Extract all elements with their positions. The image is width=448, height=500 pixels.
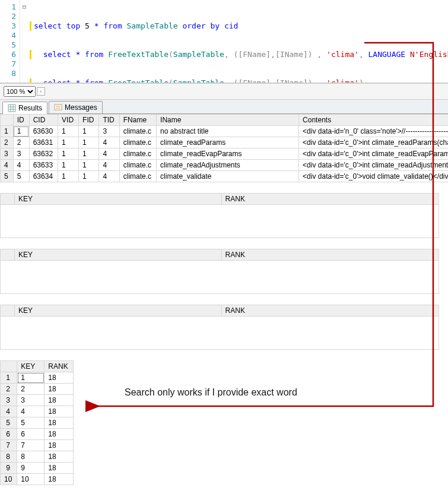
cell[interactable]: <div data-id='c_0'>void climate_validate… xyxy=(299,171,448,182)
result-grid-4[interactable]: KEYRANK xyxy=(0,305,439,350)
table-row[interactable]: 9918 xyxy=(1,463,74,474)
zoom-select[interactable]: 100 % xyxy=(4,86,36,97)
cell[interactable]: 1 xyxy=(58,126,79,137)
column-header[interactable] xyxy=(1,361,17,372)
cell[interactable]: 63632 xyxy=(29,148,58,160)
zoom-step-button[interactable]: ‹ xyxy=(37,87,45,96)
cell[interactable]: 9 xyxy=(17,463,45,474)
cell[interactable]: climate.c xyxy=(119,148,156,160)
cell[interactable]: <div data-id='c_0'>int climate_readParam… xyxy=(299,137,448,148)
sql-editor[interactable]: 1 2 3 4 5 6 7 8 ⊟ select top 5 * from Sa… xyxy=(0,0,448,83)
column-header[interactable]: Contents xyxy=(299,115,448,126)
cell[interactable]: 18 xyxy=(45,429,73,440)
cell[interactable]: 2 xyxy=(13,137,29,148)
table-row[interactable]: 6618 xyxy=(1,429,74,440)
cell[interactable]: 1 xyxy=(58,171,79,182)
table-row[interactable]: 2218 xyxy=(1,384,74,395)
row-header[interactable]: 4 xyxy=(1,406,17,417)
row-header[interactable]: 2 xyxy=(1,384,17,395)
cell[interactable]: 18 xyxy=(45,440,73,451)
row-header[interactable]: 8 xyxy=(1,451,17,463)
column-header[interactable] xyxy=(1,249,15,261)
cell[interactable]: 5 xyxy=(17,417,45,429)
column-header[interactable]: ID xyxy=(13,115,29,126)
column-header[interactable]: KEY xyxy=(17,361,45,372)
cell[interactable]: 1 xyxy=(13,126,29,137)
cell[interactable]: 18 xyxy=(45,463,73,474)
cell[interactable]: 4 xyxy=(13,160,29,171)
table-row[interactable]: 7718 xyxy=(1,440,74,451)
cell[interactable]: <div data-id='c_0'>int climate_readEvapP… xyxy=(299,148,448,160)
cell[interactable]: climate.c xyxy=(119,171,156,182)
cell[interactable]: no abstract title xyxy=(157,126,299,137)
cell[interactable]: climate.c xyxy=(119,160,156,171)
row-header[interactable]: 7 xyxy=(1,440,17,451)
cell[interactable]: 10 xyxy=(17,474,45,485)
table-row[interactable]: 4463633114climate.cclimate_readAdjustmen… xyxy=(1,160,449,171)
cell[interactable]: 4 xyxy=(99,148,119,160)
result-grid-2[interactable]: KEYRANK xyxy=(0,193,439,238)
table-row[interactable]: 1118 xyxy=(1,372,74,384)
cell[interactable]: <div data-id='c_0'>int climate_readAdjus… xyxy=(299,160,448,171)
result-grid-3[interactable]: KEYRANK xyxy=(0,249,439,294)
cell[interactable]: 1 xyxy=(17,372,45,384)
fold-gutter[interactable]: ⊟ xyxy=(20,0,28,83)
column-header[interactable]: IName xyxy=(157,115,299,126)
row-header[interactable]: 3 xyxy=(1,148,14,160)
column-header[interactable]: RANK xyxy=(221,249,439,261)
cell[interactable]: 3 xyxy=(13,148,29,160)
cell[interactable]: <div data-id='n_0' class='note'>//------… xyxy=(299,126,448,137)
cell[interactable]: 18 xyxy=(45,474,73,485)
column-header[interactable] xyxy=(1,305,15,317)
row-header[interactable]: 5 xyxy=(1,171,14,182)
code-area[interactable]: select top 5 * from SampleTable order by… xyxy=(28,0,448,83)
table-row[interactable]: 1163630113climate.cno abstract title<div… xyxy=(1,126,449,137)
cell[interactable]: 4 xyxy=(99,160,119,171)
cell[interactable]: 3 xyxy=(99,126,119,137)
column-header[interactable]: FName xyxy=(119,115,156,126)
row-header[interactable]: 1 xyxy=(1,126,14,137)
cell[interactable]: 1 xyxy=(79,148,99,160)
column-header[interactable]: FID xyxy=(79,115,99,126)
column-header[interactable]: KEY xyxy=(15,305,222,317)
table-row[interactable]: 101018 xyxy=(1,474,74,485)
cell[interactable]: 18 xyxy=(45,406,73,417)
cell[interactable]: 18 xyxy=(45,384,73,395)
cell[interactable]: climate_readParams xyxy=(157,137,299,148)
results-area[interactable]: IDCIDVIDFIDTIDFNameINameContentsLatestVe… xyxy=(0,114,448,500)
column-header[interactable]: RANK xyxy=(221,194,439,205)
column-header[interactable]: RANK xyxy=(45,361,73,372)
table-row[interactable]: 5518 xyxy=(1,417,74,429)
result-grid-1[interactable]: IDCIDVIDFIDTIDFNameINameContentsLatestVe… xyxy=(0,114,448,182)
row-header[interactable]: 4 xyxy=(1,160,14,171)
cell[interactable]: 1 xyxy=(58,137,79,148)
cell[interactable]: climate.c xyxy=(119,137,156,148)
column-header[interactable]: TID xyxy=(99,115,119,126)
table-row[interactable]: 8818 xyxy=(1,451,74,463)
cell[interactable]: 18 xyxy=(45,372,73,384)
cell[interactable]: 7 xyxy=(17,440,45,451)
column-header[interactable]: CID xyxy=(29,115,58,126)
cell[interactable]: 18 xyxy=(45,417,73,429)
column-header[interactable]: VID xyxy=(58,115,79,126)
table-row[interactable]: 2263631114climate.cclimate_readParams<di… xyxy=(1,137,449,148)
cell[interactable]: 63633 xyxy=(29,160,58,171)
cell[interactable]: 4 xyxy=(17,406,45,417)
tab-results[interactable]: Results xyxy=(2,102,47,114)
cell[interactable]: 18 xyxy=(45,395,73,406)
table-row[interactable]: 3318 xyxy=(1,395,74,406)
result-grid-5[interactable]: KEYRANK111822183318441855186618771888189… xyxy=(0,360,74,485)
cell[interactable]: climate_validate xyxy=(157,171,299,182)
cell[interactable]: 2 xyxy=(17,384,45,395)
column-header[interactable] xyxy=(1,115,14,126)
cell[interactable]: 4 xyxy=(99,171,119,182)
cell[interactable]: 18 xyxy=(45,451,73,463)
cell[interactable]: 4 xyxy=(99,137,119,148)
row-header[interactable]: 10 xyxy=(1,474,17,485)
cell[interactable]: 1 xyxy=(58,148,79,160)
cell[interactable]: 8 xyxy=(17,451,45,463)
cell[interactable]: 6 xyxy=(17,429,45,440)
row-header[interactable]: 5 xyxy=(1,417,17,429)
cell[interactable]: 63634 xyxy=(29,171,58,182)
cell[interactable]: 1 xyxy=(79,171,99,182)
